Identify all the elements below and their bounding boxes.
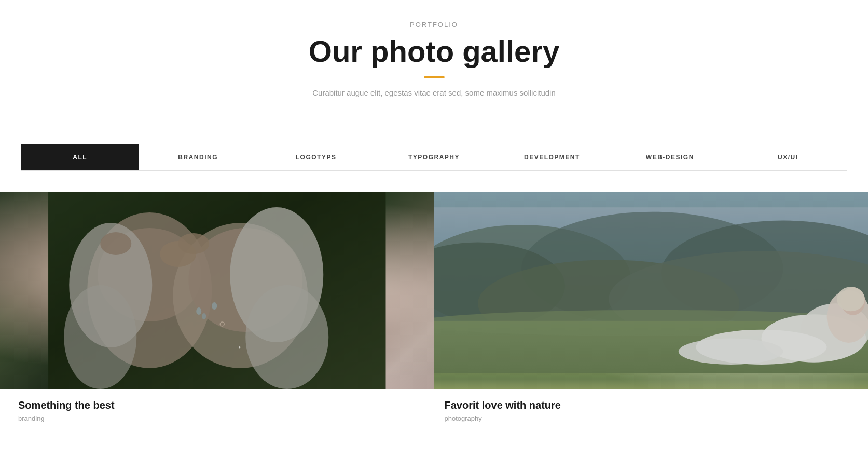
gallery-caption-2: Favorit love with nature photography [434,389,869,431]
title-divider [424,76,445,78]
svg-rect-42 [434,207,869,373]
gallery-image-2 [434,192,869,389]
filter-tab-branding[interactable]: BRANDING [139,144,257,170]
page-title: Our photo gallery [10,35,858,68]
gallery-category-1: branding [18,414,434,422]
gallery-item-2[interactable]: Favorit love with nature photography [434,192,869,431]
header-section: PORTFOLIO Our photo gallery Curabitur au… [0,0,868,133]
filter-tab-ux-ui[interactable]: UX/UI [729,144,847,170]
gallery-image-1 [0,192,434,389]
filter-tab-logotyps[interactable]: LOGOTYPS [257,144,375,170]
filter-tab-development[interactable]: DEVELOPMENT [493,144,611,170]
portfolio-label: PORTFOLIO [10,21,858,29]
subtitle-text: Curabitur augue elit, egestas vitae erat… [10,88,858,97]
filter-tabs: ALL BRANDING LOGOTYPS TYPOGRAPHY DEVELOP… [21,144,847,171]
gallery-category-2: photography [445,414,869,422]
filter-tab-all[interactable]: ALL [21,144,139,170]
gallery-item-1[interactable]: Something the best branding [0,192,434,431]
filter-tab-typography[interactable]: TYPOGRAPHY [375,144,493,170]
gallery-caption-1: Something the best branding [0,389,434,431]
page-wrapper: PORTFOLIO Our photo gallery Curabitur au… [0,0,868,431]
filter-tab-web-design[interactable]: WEB-DESIGN [611,144,729,170]
gallery-grid: Something the best branding [0,192,868,431]
svg-rect-16 [48,192,385,389]
gallery-title-2: Favorit love with nature [445,399,869,411]
gallery-title-1: Something the best [18,399,434,411]
